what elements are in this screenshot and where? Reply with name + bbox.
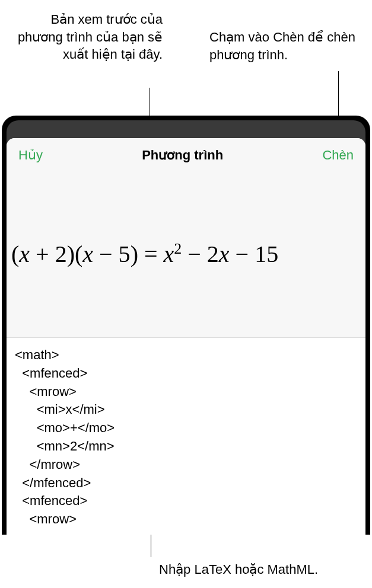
equation-code-input[interactable]: <math> <mfenced> <mrow> <mi>x</mi> <mo>+… — [7, 337, 365, 535]
cancel-button[interactable]: Hủy — [18, 148, 43, 163]
phone-inner: Hủy Phương trình Chèn (x + 2)(x − 5) = x… — [7, 120, 365, 535]
equation-sheet: Hủy Phương trình Chèn (x + 2)(x − 5) = x… — [7, 138, 365, 535]
annotation-insert: Chạm vào Chèn để chèn phương trình. — [209, 28, 364, 63]
sheet-header: Hủy Phương trình Chèn — [7, 138, 365, 171]
equation-preview: (x + 2)(x − 5) = x2 − 2x − 15 — [7, 171, 365, 337]
equation-code-text: <math> <mfenced> <mrow> <mi>x</mi> <mo>+… — [15, 346, 357, 529]
equation-rendered: (x + 2)(x − 5) = x2 − 2x − 15 — [11, 240, 278, 268]
phone-frame: Hủy Phương trình Chèn (x + 2)(x − 5) = x… — [2, 116, 370, 535]
annotation-preview: Bản xem trước của phương trình của bạn s… — [8, 11, 163, 63]
annotation-input: Nhập LaTeX hoặc MathML. — [159, 562, 318, 577]
insert-button[interactable]: Chèn — [322, 148, 354, 163]
annotations-top: Bản xem trước của phương trình của bạn s… — [0, 0, 372, 63]
sheet-title: Phương trình — [142, 148, 223, 163]
